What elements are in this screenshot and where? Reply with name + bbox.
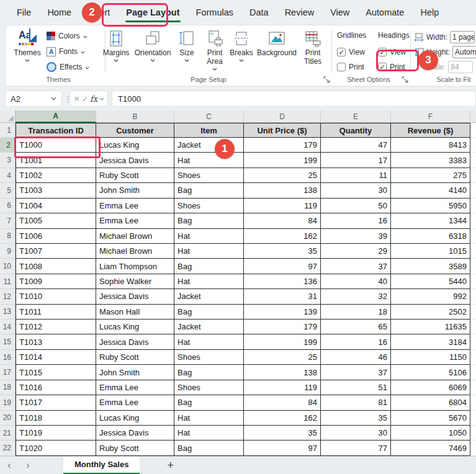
cell[interactable]: T1015 bbox=[16, 365, 96, 380]
add-sheet-icon[interactable]: + bbox=[167, 459, 174, 472]
themes-button[interactable]: Aa Themes bbox=[11, 29, 44, 62]
print-area-button[interactable]: Print Area bbox=[200, 30, 229, 71]
cell[interactable]: Jacket bbox=[174, 289, 244, 304]
size-button[interactable]: Size bbox=[174, 30, 200, 62]
column-header-d[interactable]: D bbox=[244, 110, 321, 123]
cell[interactable]: 30 bbox=[321, 183, 391, 198]
tab-insert[interactable]: Insert bbox=[79, 0, 118, 25]
cell[interactable]: 46 bbox=[321, 350, 391, 365]
row-header-4[interactable]: 4 bbox=[0, 168, 16, 183]
cell[interactable]: T1018 bbox=[16, 411, 96, 426]
cell[interactable]: 84 bbox=[244, 213, 321, 228]
cell[interactable]: 32 bbox=[321, 289, 391, 304]
tab-file[interactable]: File bbox=[9, 0, 39, 25]
cell[interactable]: T1011 bbox=[16, 305, 96, 320]
cell[interactable]: 65 bbox=[321, 320, 391, 334]
cell[interactable]: 179 bbox=[244, 138, 321, 153]
cell[interactable]: 162 bbox=[244, 411, 321, 426]
cell[interactable]: Ruby Scott bbox=[96, 440, 174, 455]
cell[interactable]: John Smith bbox=[96, 365, 174, 380]
cell[interactable]: 47 bbox=[321, 138, 391, 153]
select-all-corner[interactable] bbox=[0, 110, 16, 123]
name-box[interactable]: A2 bbox=[5, 91, 62, 107]
cell[interactable]: Bag bbox=[174, 305, 244, 320]
cell[interactable]: 6318 bbox=[391, 229, 470, 244]
cell[interactable]: 81 bbox=[321, 395, 391, 410]
cell[interactable]: T1012 bbox=[16, 320, 96, 334]
column-header-b[interactable]: B bbox=[96, 110, 174, 123]
cell[interactable]: Bag bbox=[174, 395, 244, 410]
cell[interactable]: Sophie Walker bbox=[96, 274, 174, 289]
cell[interactable]: T1000 bbox=[16, 138, 96, 153]
cell[interactable]: 199 bbox=[244, 153, 321, 168]
cell[interactable]: T1017 bbox=[16, 395, 96, 410]
theme-fonts-button[interactable]: A Fonts bbox=[47, 45, 85, 58]
scale-input[interactable]: 84 bbox=[448, 61, 473, 73]
cell[interactable]: 40 bbox=[321, 274, 391, 289]
cell[interactable]: 4140 bbox=[391, 183, 470, 198]
print-titles-button[interactable]: Print Titles bbox=[299, 30, 327, 66]
enter-icon[interactable]: ✓ bbox=[82, 94, 89, 104]
cell[interactable]: Bag bbox=[174, 183, 244, 198]
tab-home[interactable]: Home bbox=[39, 0, 79, 25]
cell[interactable]: Hat bbox=[174, 411, 244, 426]
cell[interactable]: Hat bbox=[174, 274, 244, 289]
cell[interactable]: 35 bbox=[244, 244, 321, 259]
formula-input[interactable]: T1000 bbox=[112, 91, 476, 107]
tab-data[interactable]: Data bbox=[241, 0, 277, 25]
row-header-21[interactable]: 21 bbox=[0, 426, 16, 440]
cell[interactable]: Emma Lee bbox=[96, 380, 174, 395]
header-cell[interactable]: Transaction ID bbox=[16, 123, 96, 138]
cell[interactable]: T1019 bbox=[16, 426, 96, 440]
insert-function-icon[interactable]: fx bbox=[90, 94, 97, 104]
cell[interactable]: Hat bbox=[174, 153, 244, 168]
cell[interactable]: 29 bbox=[321, 244, 391, 259]
cell[interactable]: Bag bbox=[174, 259, 244, 274]
row-header-10[interactable]: 10 bbox=[0, 259, 16, 274]
cell[interactable]: Michael Brown bbox=[96, 229, 174, 244]
cell[interactable]: 97 bbox=[244, 259, 321, 274]
row-header-14[interactable]: 14 bbox=[0, 320, 16, 334]
cell[interactable]: Shoes bbox=[174, 199, 244, 213]
row-header-5[interactable]: 5 bbox=[0, 183, 16, 198]
row-header-12[interactable]: 12 bbox=[0, 289, 16, 304]
cell[interactable]: Hat bbox=[174, 426, 244, 440]
row-header-22[interactable]: 22 bbox=[0, 440, 16, 455]
row-header-18[interactable]: 18 bbox=[0, 380, 16, 395]
cell[interactable]: 77 bbox=[321, 440, 391, 455]
row-header-20[interactable]: 20 bbox=[0, 411, 16, 426]
header-cell[interactable]: Quantity bbox=[321, 123, 391, 138]
breaks-button[interactable]: Breaks bbox=[228, 30, 255, 62]
cell[interactable]: Jessica Davis bbox=[96, 334, 174, 349]
cell[interactable]: 11635 bbox=[391, 320, 470, 334]
cell[interactable]: Ruby Scott bbox=[96, 168, 174, 183]
row-header-3[interactable]: 3 bbox=[0, 153, 16, 168]
cell[interactable]: Lucas King bbox=[96, 320, 174, 334]
cell[interactable]: Bag bbox=[174, 365, 244, 380]
cell[interactable]: 50 bbox=[321, 199, 391, 213]
background-button[interactable]: Background bbox=[255, 30, 299, 58]
gridlines-print-checkbox[interactable]: ✓ Print bbox=[337, 60, 366, 74]
cell[interactable]: Jessica Davis bbox=[96, 289, 174, 304]
tab-automate[interactable]: Automate bbox=[357, 0, 412, 25]
cell[interactable]: Mason Hall bbox=[96, 305, 174, 320]
column-header-e[interactable]: E bbox=[321, 110, 391, 123]
cell[interactable]: Bag bbox=[174, 440, 244, 455]
row-header-17[interactable]: 17 bbox=[0, 365, 16, 380]
cell[interactable]: 275 bbox=[391, 168, 470, 183]
cell[interactable]: 3184 bbox=[391, 334, 470, 349]
cancel-icon[interactable]: ✕ bbox=[73, 94, 80, 104]
cell[interactable]: 35 bbox=[321, 411, 391, 426]
cell[interactable]: Hat bbox=[174, 334, 244, 349]
height-select[interactable]: Automatic bbox=[452, 46, 476, 58]
cell[interactable]: 25 bbox=[244, 350, 321, 365]
orientation-button[interactable]: Orientation bbox=[132, 30, 173, 62]
cell[interactable]: Liam Thompson bbox=[96, 259, 174, 274]
column-header-a[interactable]: A bbox=[16, 110, 96, 123]
headings-view-checkbox[interactable]: ✓ View bbox=[378, 45, 410, 60]
cell[interactable]: 31 bbox=[244, 289, 321, 304]
cell[interactable]: Lucas King bbox=[96, 411, 174, 426]
cell[interactable]: 5950 bbox=[391, 199, 470, 213]
cell[interactable]: Hat bbox=[174, 229, 244, 244]
cell[interactable]: 6069 bbox=[391, 380, 470, 395]
